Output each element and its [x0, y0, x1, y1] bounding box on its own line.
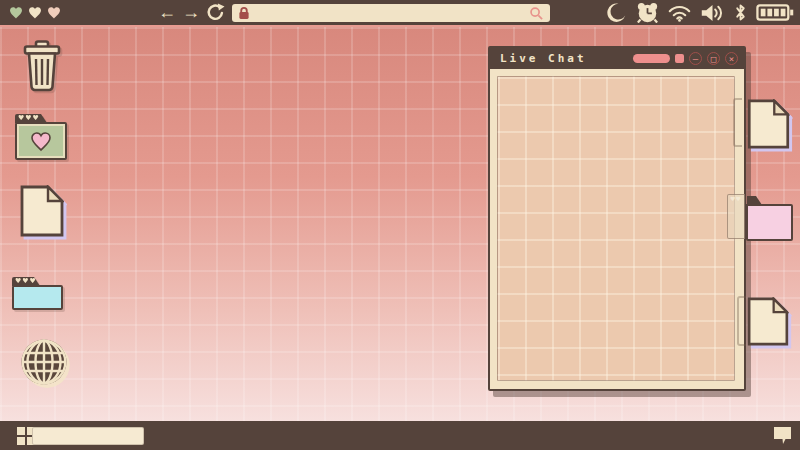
back-button[interactable]: ←	[156, 0, 178, 25]
hearts-logo	[8, 5, 62, 20]
forward-button[interactable]: →	[180, 0, 202, 25]
pink-heart-icon	[29, 130, 53, 152]
refresh-button[interactable]	[206, 3, 225, 26]
maximize-button[interactable]: □	[707, 52, 720, 65]
url-bar[interactable]	[232, 4, 550, 22]
trash-icon[interactable]	[22, 40, 62, 96]
taskbar	[0, 421, 800, 450]
alarm-clock-icon[interactable]	[636, 2, 659, 23]
live-chat-window: Live Chat – □ ×	[488, 46, 746, 391]
pink-folder-icon[interactable]	[746, 204, 793, 241]
desktop: ♥♥♥ ♥♥♥	[0, 27, 800, 421]
chat-content-area[interactable]	[497, 76, 735, 381]
progress-pill	[633, 54, 670, 63]
heart-peach-icon	[46, 5, 62, 20]
taskbar-search-input[interactable]	[37, 430, 169, 443]
hidden-document-outline	[733, 98, 742, 147]
heart-folder-icon[interactable]: ♥♥♥	[15, 114, 67, 160]
document-icon[interactable]	[747, 297, 789, 350]
hidden-folder-outline: ♥♥	[727, 194, 745, 239]
wifi-icon[interactable]	[668, 4, 691, 22]
document-icon[interactable]	[747, 99, 790, 153]
search-icon	[529, 6, 544, 21]
heart-green-icon	[8, 5, 24, 20]
system-tray	[606, 0, 794, 25]
url-input[interactable]	[250, 6, 529, 20]
document-icon[interactable]	[20, 185, 64, 241]
minimize-button[interactable]: –	[689, 52, 702, 65]
lock-icon	[238, 6, 250, 20]
moon-icon[interactable]	[606, 2, 627, 23]
chat-bubble-button[interactable]	[773, 426, 793, 448]
cyan-folder-icon[interactable]: ♥♥♥	[12, 277, 64, 310]
window-title: Live Chat	[496, 52, 587, 65]
volume-icon[interactable]	[700, 4, 725, 22]
battery-icon[interactable]	[756, 3, 794, 22]
window-titlebar[interactable]: Live Chat – □ ×	[490, 48, 744, 69]
globe-icon[interactable]	[20, 338, 70, 392]
heart-cream-icon	[27, 5, 43, 20]
refresh-icon	[206, 3, 225, 22]
folder-body	[12, 285, 63, 310]
screen: ← →	[0, 0, 800, 450]
top-bar: ← →	[0, 0, 800, 27]
bluetooth-icon[interactable]	[734, 3, 747, 22]
taskbar-search[interactable]	[32, 427, 144, 445]
window-controls: – □ ×	[633, 52, 738, 65]
hidden-document-outline	[737, 296, 746, 346]
folder-body	[15, 122, 67, 160]
progress-dot	[675, 54, 684, 63]
chat-bubble-icon	[773, 426, 793, 445]
close-button[interactable]: ×	[725, 52, 738, 65]
